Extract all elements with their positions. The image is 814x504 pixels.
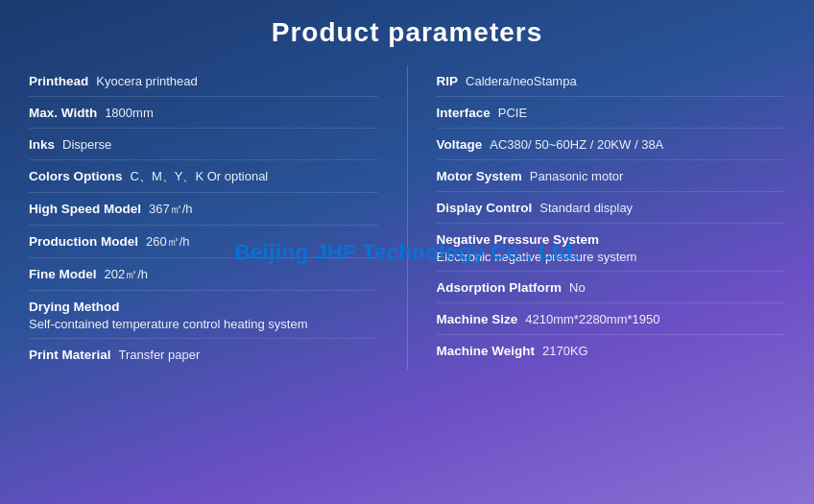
param-row: Production Model260㎡/h [29, 226, 378, 258]
param-row: InksDisperse [29, 129, 378, 160]
param-value: 260㎡/h [146, 234, 190, 249]
param-row: High Speed Model367㎡/h [29, 193, 378, 226]
param-row: Colors OptionsC、M、Y、K Or optional [29, 160, 378, 193]
param-value: 202㎡/h [105, 267, 149, 281]
param-label: Inks [29, 137, 55, 152]
param-value: 2170KG [542, 344, 588, 358]
param-row: Fine Model202㎡/h [29, 258, 378, 291]
param-row: Max. Width1800mm [29, 97, 378, 129]
param-row: Adsorption PlatformNo [437, 272, 786, 303]
param-row: Motor SystemPanasonic motor [437, 160, 786, 192]
param-value: Disperse [62, 137, 111, 152]
param-label: Production Model [29, 234, 138, 249]
param-row: Display ControlStandard display [437, 192, 786, 224]
page-title: Product parameters [29, 17, 785, 48]
param-value: C、M、Y、K Or optional [131, 169, 269, 183]
param-value: No [569, 280, 586, 295]
param-row: Machine Weight2170KG [437, 335, 786, 366]
column-divider [407, 65, 408, 370]
param-label: Print Material [29, 348, 111, 362]
param-row: Print MaterialTransfer paper [29, 339, 378, 370]
param-label: Interface [437, 106, 491, 120]
param-value: Transfer paper [119, 348, 201, 362]
param-value: Electronic negative pressure system [437, 250, 786, 264]
param-row: InterfacePCIE [437, 97, 786, 129]
param-label: Fine Model [29, 267, 97, 281]
param-label: High Speed Model [29, 202, 141, 216]
param-value: 1800mm [105, 106, 154, 120]
param-row: Drying MethodSelf-contained temperature … [29, 291, 378, 339]
param-row: Negative Pressure SystemElectronic negat… [437, 224, 786, 272]
param-value: PCIE [498, 106, 527, 120]
param-value: Caldera/neoStampa [466, 74, 577, 88]
param-label: RIP [437, 74, 459, 88]
param-value: Self-contained temperature control heati… [29, 317, 378, 331]
param-value: Panasonic motor [530, 169, 624, 183]
param-label: Drying Method [29, 300, 120, 314]
param-label: Max. Width [29, 106, 97, 120]
content-area: PrintheadKyocera printheadMax. Width1800… [29, 65, 785, 370]
param-value: Kyocera printhead [96, 74, 198, 88]
param-label: Motor System [437, 169, 522, 183]
page-wrapper: Product parameters PrintheadKyocera prin… [0, 0, 814, 504]
param-label: Display Control [437, 201, 533, 215]
param-row: Machine Size4210mm*2280mm*1950 [437, 303, 786, 335]
param-value: Standard display [539, 201, 633, 215]
param-label: Colors Options [29, 169, 123, 183]
param-row: PrintheadKyocera printhead [29, 65, 378, 97]
param-value: 4210mm*2280mm*1950 [525, 312, 659, 326]
param-label: Machine Size [437, 312, 518, 326]
param-label: Voltage [437, 137, 483, 152]
param-label: Printhead [29, 74, 88, 88]
right-column: RIPCaldera/neoStampaInterfacePCIEVoltage… [437, 65, 786, 370]
param-row: RIPCaldera/neoStampa [437, 65, 786, 97]
param-value: AC380/ 50~60HZ / 20KW / 38A [490, 137, 663, 152]
param-row: VoltageAC380/ 50~60HZ / 20KW / 38A [437, 129, 786, 160]
param-label: Adsorption Platform [437, 280, 563, 295]
param-value: 367㎡/h [149, 202, 193, 216]
param-label: Negative Pressure System [437, 232, 600, 247]
param-label: Machine Weight [437, 344, 536, 358]
left-column: PrintheadKyocera printheadMax. Width1800… [29, 65, 378, 370]
